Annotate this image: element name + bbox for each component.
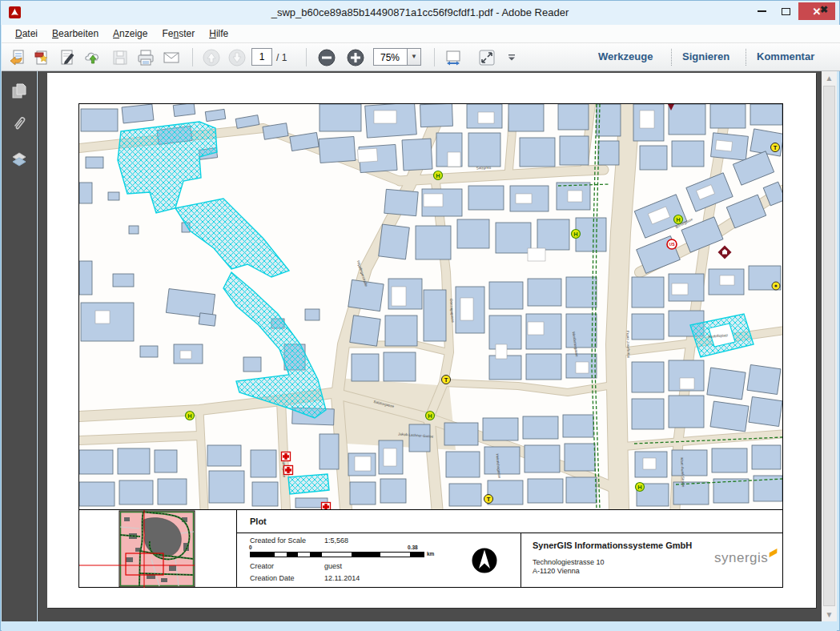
marker-t: T (484, 495, 493, 504)
scale-value: 1:5,568 (324, 537, 348, 545)
scalebar-end-label: 0.38 (408, 545, 418, 550)
zoom-level-box[interactable]: 75% ▼ (373, 48, 421, 66)
previous-page-icon (202, 48, 221, 67)
svg-text:T: T (487, 496, 491, 503)
logo-accent (770, 549, 778, 557)
svg-text:H: H (573, 231, 577, 238)
svg-text:Salzgries: Salzgries (476, 165, 492, 170)
print-button[interactable] (135, 46, 157, 68)
page-total-label: / 1 (276, 52, 287, 63)
fit-width-button[interactable] (442, 46, 464, 68)
marker-h: H (434, 171, 443, 180)
attachments-icon[interactable] (10, 115, 28, 132)
more-tools-chevron[interactable] (504, 46, 519, 68)
fullscreen-icon (477, 48, 496, 67)
save-icon (111, 49, 129, 66)
comment-panel-button[interactable]: Kommentar (757, 50, 814, 62)
company-address-line2: A-1120 Vienna (533, 567, 580, 575)
menu-item-hilfe[interactable]: Hilfe (202, 26, 235, 42)
minimize-icon (758, 10, 766, 12)
next-page-icon (227, 48, 247, 67)
previous-page-button[interactable] (200, 46, 223, 68)
adobe-reader-window: _swp_b60ce89a85b14490871a1cc56f9cfdf1.pd… (0, 0, 840, 631)
fullscreen-button[interactable] (476, 46, 498, 68)
print-icon (136, 49, 155, 66)
window-frame-bottom (2, 621, 837, 631)
menu-item-anzeige[interactable]: Anzeige (106, 26, 155, 42)
company-address-line1: Technologiestrasse 10 (533, 558, 605, 566)
scalebar-start-label: 0 (249, 545, 252, 550)
sign-panel-button[interactable]: Signieren (682, 50, 729, 62)
plot-info-panel: Plot Created for Scale 1:5,568 0 0.38 km… (79, 509, 782, 587)
zoom-in-icon (346, 48, 365, 67)
tools-panel-button[interactable]: Werkzeuge (598, 50, 653, 62)
scalebar-unit-label: km (427, 551, 434, 557)
scale-bar (250, 552, 424, 557)
zoom-out-button[interactable] (316, 46, 338, 68)
creation-date-value: 12.11.2014 (324, 574, 360, 582)
sign-document-button[interactable] (56, 46, 78, 68)
marker-cross (282, 452, 291, 461)
toolbar: / 1 75% ▼ (2, 43, 840, 71)
scale-label: Created for Scale (250, 537, 306, 545)
scalebar-segment (410, 553, 424, 557)
zoom-level-value: 75% (380, 52, 400, 63)
minimize-button[interactable] (750, 2, 773, 20)
minimap (119, 511, 195, 587)
marker-us: US (667, 239, 677, 249)
creation-date-label: Creation Date (250, 574, 295, 582)
cloud-upload-icon (83, 49, 102, 66)
svg-text:H: H (436, 172, 440, 179)
toolbar-separator (746, 49, 746, 66)
scalebar-segment (380, 553, 410, 557)
open-file-button[interactable] (6, 46, 29, 68)
scalebar-segment (287, 553, 299, 557)
scalebar-segment (251, 553, 275, 557)
scroll-down-icon[interactable]: ▼ (822, 608, 837, 621)
email-icon (162, 49, 181, 66)
scrollbar-thumb[interactable] (823, 86, 835, 606)
company-name: SynerGIS Informationssysteme GmbH (533, 541, 692, 550)
scalebar-segment (298, 553, 310, 557)
close-button[interactable]: ✕ (798, 2, 835, 20)
close-document-icon[interactable]: ✖ (820, 4, 828, 15)
scalebar-segment (352, 553, 381, 557)
next-page-button[interactable] (226, 46, 248, 68)
zoom-out-icon (317, 48, 336, 67)
menu-item-bearbeiten[interactable]: Bearbeiten (45, 26, 106, 42)
page-thumbnails-icon[interactable] (10, 82, 28, 100)
svg-text:US: US (669, 242, 676, 247)
toolbar-separator (671, 49, 672, 66)
plot-title: Plot (250, 516, 267, 526)
svg-text:H: H (187, 412, 191, 420)
svg-text:H: H (428, 412, 432, 420)
marker-cross (322, 503, 331, 510)
scroll-up-icon[interactable]: ▲ (822, 71, 837, 85)
svg-text:H: H (676, 216, 680, 223)
vertical-scrollbar[interactable]: ▲ ▼ (822, 71, 837, 621)
marker-info (772, 282, 780, 290)
map-svg: SalzgriesWipplingerstraßeGonzagagasseFra… (79, 104, 782, 509)
menu-bar: DateiBearbeitenAnzeigeFensterHilfe (2, 25, 840, 43)
toolbar-separator (306, 48, 307, 66)
marker-h: H (674, 215, 683, 224)
maximize-button[interactable] (774, 2, 797, 20)
toolbar-separator (434, 48, 435, 66)
zoom-in-button[interactable] (344, 46, 367, 68)
toolbar-separator (192, 48, 193, 66)
zoom-dropdown-button[interactable]: ▼ (407, 49, 420, 65)
navigation-sidebar (2, 71, 37, 621)
save-button[interactable] (109, 46, 131, 68)
page-number-input[interactable] (251, 48, 272, 66)
sign-document-icon (58, 49, 76, 66)
fit-width-icon (444, 49, 463, 66)
cloud-upload-button[interactable] (82, 46, 104, 68)
email-button[interactable] (160, 46, 183, 68)
layers-icon[interactable] (10, 151, 28, 168)
window-title: _swp_b60ce89a85b14490871a1cc56f9cfdf1.pd… (1, 6, 839, 18)
create-pdf-button[interactable] (30, 46, 53, 68)
scalebar-segment (322, 553, 352, 557)
overview-map (79, 510, 236, 588)
menu-item-fenster[interactable]: Fenster (155, 26, 202, 42)
menu-item-datei[interactable]: Datei (8, 26, 45, 42)
